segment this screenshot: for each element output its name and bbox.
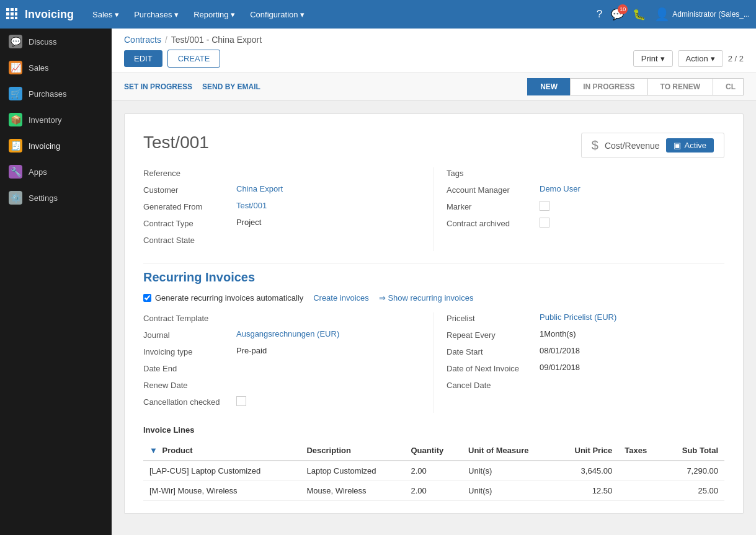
- edit-button[interactable]: EDIT: [124, 50, 162, 67]
- field-label-reference: Reference: [143, 167, 236, 178]
- active-toggle[interactable]: ▣ Active: [666, 138, 714, 153]
- sidebar-label-discuss: Discuss: [29, 37, 57, 46]
- print-dropdown[interactable]: Print ▾: [633, 50, 673, 67]
- send-by-email-action[interactable]: SEND BY EMAIL: [202, 82, 260, 91]
- active-label: Active: [685, 141, 706, 150]
- field-value-pricelist[interactable]: Public Pricelist (EUR): [540, 312, 616, 322]
- sales-icon: 📈: [9, 61, 22, 74]
- sidebar-item-inventory[interactable]: 📦 Inventory: [0, 107, 112, 133]
- show-recurring-link[interactable]: ⇒ Show recurring invoices: [379, 293, 474, 303]
- sidebar-item-sales[interactable]: 📈 Sales: [0, 55, 112, 81]
- svg-rect-4: [11, 12, 14, 15]
- marker-checkbox[interactable]: [540, 201, 549, 211]
- record-header: $ Cost/Revenue ▣ Active Test/001: [143, 133, 724, 167]
- cell-quantity: 2.00: [404, 461, 462, 481]
- recurring-options: Generate recurring invoices automaticall…: [143, 293, 724, 303]
- customer-link[interactable]: China Export: [236, 184, 283, 193]
- set-in-progress-action[interactable]: SET IN PROGRESS: [124, 82, 192, 91]
- pricelist-link[interactable]: Public Pricelist (EUR): [540, 312, 616, 322]
- create-button[interactable]: CREATE: [167, 50, 221, 68]
- field-label-contract-archived: Contract archived: [447, 218, 540, 228]
- sidebar-label-inventory: Inventory: [29, 115, 61, 125]
- nav-sales[interactable]: Sales ▾: [86, 7, 125, 22]
- field-contract-template: Contract Template: [143, 312, 421, 323]
- recurring-section-title: Recurring Invoices: [143, 270, 724, 285]
- cell-unit-price: 12.50: [555, 481, 619, 501]
- field-date-start: Date Start 08/01/2018: [447, 346, 724, 356]
- field-value-journal[interactable]: Ausgangsrechnungen (EUR): [236, 329, 339, 338]
- fields-left: Reference Customer China Export Generate…: [143, 167, 421, 251]
- nav-purchases[interactable]: Purchases ▾: [128, 7, 185, 22]
- field-renew-date: Renew Date: [143, 379, 421, 390]
- cancellation-checkbox[interactable]: [236, 396, 246, 406]
- chat-icon[interactable]: 💬 10: [611, 8, 624, 21]
- field-value-customer[interactable]: China Export: [236, 184, 283, 193]
- sidebar-item-settings[interactable]: ⚙️ Settings: [0, 185, 112, 211]
- step-in-progress[interactable]: IN PROGRESS: [570, 78, 647, 95]
- field-value-generated-from[interactable]: Test/001: [236, 201, 267, 210]
- step-cl[interactable]: CL: [713, 78, 744, 95]
- sidebar-item-apps[interactable]: 🔧 Apps: [0, 159, 112, 185]
- grid-icon[interactable]: [6, 8, 17, 21]
- auto-generate-checkbox[interactable]: [143, 294, 151, 302]
- form-container: $ Cost/Revenue ▣ Active Test/001 Referen…: [124, 113, 744, 514]
- svg-rect-8: [15, 17, 17, 19]
- field-contract-state: Contract State: [143, 234, 421, 245]
- user-menu[interactable]: 👤 Administrator (Sales_...: [654, 7, 750, 22]
- invoice-lines-label: Invoice Lines: [143, 425, 724, 435]
- invoicing-icon: 🧾: [9, 139, 22, 153]
- invoice-table: ▼ Product Description Quantity Unit of M…: [143, 441, 724, 501]
- field-date-next-invoice: Date of Next Invoice 09/01/2018: [447, 363, 724, 373]
- sidebar-label-sales: Sales: [29, 63, 49, 73]
- col-product[interactable]: ▼ Product: [143, 441, 300, 461]
- sidebar-item-discuss[interactable]: 💬 Discuss: [0, 29, 112, 55]
- sidebar-label-purchases: Purchases: [29, 89, 66, 99]
- cell-quantity: 2.00: [404, 481, 462, 501]
- nav-configuration[interactable]: Configuration ▾: [244, 7, 311, 22]
- create-invoices-link[interactable]: Create invoices: [313, 293, 369, 303]
- status-steps: NEW IN PROGRESS TO RENEW CL: [527, 78, 744, 95]
- bug-icon[interactable]: 🐛: [633, 8, 646, 21]
- sidebar-item-purchases[interactable]: 🛒 Purchases: [0, 81, 112, 107]
- field-cancel-date: Cancel Date: [447, 379, 724, 390]
- user-label: Administrator (Sales_...: [672, 10, 750, 19]
- step-to-renew[interactable]: TO RENEW: [647, 78, 713, 95]
- breadcrumb-parent[interactable]: Contracts: [124, 35, 161, 45]
- field-value-date-start: 08/01/2018: [540, 346, 580, 355]
- contract-archived-checkbox[interactable]: [540, 218, 549, 228]
- print-label: Print: [641, 54, 658, 63]
- cell-unit-price: 3,645.00: [555, 461, 619, 481]
- account-manager-link[interactable]: Demo User: [540, 184, 580, 193]
- journal-link[interactable]: Ausgangsrechnungen (EUR): [236, 329, 339, 338]
- inventory-icon: 📦: [9, 113, 22, 126]
- field-label-renew-date: Renew Date: [143, 379, 236, 390]
- svg-rect-2: [15, 8, 17, 11]
- field-value-account-manager[interactable]: Demo User: [540, 184, 580, 193]
- table-row: [LAP-CUS] Laptop Customized Laptop Custo…: [143, 461, 724, 481]
- action-dropdown[interactable]: Action ▾: [678, 50, 723, 67]
- svg-rect-0: [6, 8, 9, 11]
- action-chevron: ▾: [711, 54, 715, 63]
- svg-rect-6: [6, 17, 9, 19]
- field-value-repeat-every: 1Month(s): [540, 329, 576, 338]
- field-repeat-every: Repeat Every 1Month(s): [447, 329, 724, 340]
- field-label-contract-template: Contract Template: [143, 312, 236, 323]
- field-customer: Customer China Export: [143, 184, 421, 195]
- recurring-fields-left: Contract Template Journal Ausgangsrechnu…: [143, 312, 421, 413]
- step-new[interactable]: NEW: [527, 78, 571, 95]
- nav-reporting[interactable]: Reporting ▾: [187, 7, 241, 22]
- field-value-date-next-invoice: 09/01/2018: [540, 363, 580, 372]
- field-label-invoicing-type: Invoicing type: [143, 346, 236, 356]
- field-label-date-next-invoice: Date of Next Invoice: [447, 363, 540, 373]
- sidebar-item-invoicing[interactable]: 🧾 Invoicing: [0, 133, 112, 159]
- cell-description: Mouse, Wireless: [300, 481, 404, 501]
- field-label-repeat-every: Repeat Every: [447, 329, 540, 340]
- help-icon[interactable]: ?: [597, 8, 602, 20]
- field-journal: Journal Ausgangsrechnungen (EUR): [143, 329, 421, 340]
- top-navbar: Invoicing Sales ▾ Purchases ▾ Reporting …: [0, 0, 756, 29]
- sidebar: 💬 Discuss 📈 Sales 🛒 Purchases 📦 Inventor…: [0, 29, 112, 535]
- field-label-date-start: Date Start: [447, 346, 540, 356]
- generated-from-link[interactable]: Test/001: [236, 201, 267, 210]
- auto-generate-label[interactable]: Generate recurring invoices automaticall…: [143, 293, 303, 303]
- field-date-end: Date End: [143, 363, 421, 373]
